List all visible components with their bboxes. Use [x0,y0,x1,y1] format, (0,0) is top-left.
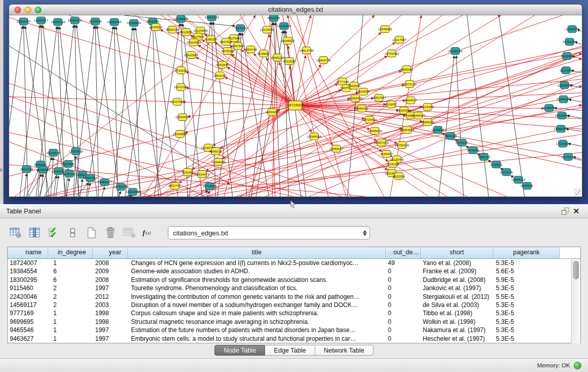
graph-node[interactable]: 7625402 [181,168,194,176]
table-row[interactable]: 1830029562008Estimation of significance … [8,276,580,284]
graph-node[interactable]: 16099484 [211,158,226,165]
table-settings-icon[interactable] [9,226,23,239]
column-edit-icon[interactable] [28,226,41,239]
vertical-scrollbar[interactable] [571,259,580,343]
float-panel-icon[interactable] [559,206,571,216]
graph-node[interactable]: 9345642 [521,182,534,189]
graph-node[interactable]: 18300295 [265,108,279,116]
graph-node[interactable]: 7857224 [234,25,247,32]
column-header-name[interactable]: name [8,247,48,258]
graph-node[interactable]: 20364456 [348,95,362,102]
graph-node[interactable]: 7632621 [490,161,503,168]
table-select-dropdown[interactable]: citations_edges.txt [168,226,370,239]
graph-node[interactable]: 2867608 [232,42,245,50]
graph-node[interactable]: 9227343 [560,67,573,74]
network-canvas[interactable]: 1055328713420557160557242069140691585941… [9,15,582,197]
tab-network-table[interactable]: Network Table [315,345,374,356]
formula-builder-icon[interactable]: f(x) [142,226,155,239]
graph-node[interactable]: 9857791 [168,182,181,189]
scrollbar-thumb[interactable] [573,261,579,279]
column-header-title[interactable]: title [128,247,386,258]
graph-node[interactable]: 12093872 [557,81,572,89]
resize-grip-icon[interactable] [574,188,581,195]
graph-node[interactable]: 2935114 [478,153,491,160]
graph-node[interactable]: 8938923 [444,133,457,140]
graph-node[interactable]: 8860128 [166,26,179,33]
memory-ok-indicator[interactable] [574,362,581,369]
tab-node-table[interactable]: Node Table [214,345,265,356]
graph-node[interactable]: 1145193 [63,170,76,177]
citation-network-graph[interactable]: 1055328713420557160557242069140691585941… [9,15,582,196]
graph-node[interactable]: 9474444 [467,147,480,154]
delete-table-icon[interactable] [123,226,136,239]
graph-node[interactable]: 6216067 [385,101,398,108]
graph-node[interactable]: 16055724 [51,18,65,26]
table-row[interactable]: 1456911722003Disruption of a novel membe… [8,301,580,309]
graph-node[interactable]: 8471676 [500,168,513,176]
column-header-in_degree[interactable]: in_degree [48,247,93,258]
table-row[interactable]: 946362711997Embryonic stem cells: a mode… [8,335,580,343]
table-row[interactable]: 2242004622012Investigating the contribut… [8,293,580,301]
graph-node[interactable]: 16107554 [170,98,185,105]
graph-node[interactable]: 19654925 [176,114,190,121]
graph-node[interactable]: 12923468 [125,188,140,195]
table-row[interactable]: 1938455462009Genome-wide association stu… [8,267,580,275]
graph-node[interactable]: 8215955 [543,104,556,112]
graph-node[interactable]: 9777169 [336,78,349,85]
column-header-out_de[interactable]: △out_de… [386,247,421,258]
graph-node[interactable]: 11124873 [565,26,579,33]
graph-node[interactable]: 12444150 [556,96,571,103]
graph-node[interactable]: 9824554 [357,88,370,95]
graph-node[interactable]: 10807467 [372,94,386,101]
merge-rows-icon[interactable] [66,226,79,239]
graph-node[interactable]: 19384554 [307,133,321,140]
graph-node[interactable]: 9146821 [257,50,270,57]
graph-node[interactable]: 11548408 [378,26,393,33]
new-file-icon[interactable] [85,226,98,239]
graph-node[interactable]: 9158594 [89,18,102,25]
network-view-window[interactable]: citations_edges.txt 10553287134205571605… [9,4,582,197]
delete-file-icon[interactable] [104,226,117,239]
graph-node[interactable]: 15922374 [205,15,219,21]
graph-node[interactable]: 2803144 [213,72,226,79]
graph-node[interactable]: 12213384 [174,83,188,91]
table-row[interactable]: 977716911998Corpus callosum shape and si… [8,309,580,317]
graph-node[interactable]: 14569117 [329,145,343,152]
network-window-titlebar[interactable]: citations_edges.txt [9,4,582,15]
graph-node[interactable]: 18724007 [287,101,303,110]
graph-node[interactable]: 13420557 [34,17,48,24]
left-splitter[interactable] [0,0,4,204]
column-header-year[interactable]: year [93,247,128,258]
graph-node[interactable]: 11056834 [127,19,141,27]
graph-node[interactable]: 9875685 [222,48,234,55]
graph-node[interactable]: 1640954 [431,126,444,134]
graph-node[interactable]: 15751074 [562,38,577,46]
splitter-collapse-icon[interactable] [1,168,3,172]
graph-node[interactable]: 16648784 [448,48,463,55]
tab-edge-table[interactable]: Edge Table [265,345,315,356]
column-header-short[interactable]: short [421,247,493,258]
table-row[interactable]: 1872400712008Changes of HCN gene express… [8,259,580,267]
graph-node[interactable]: 7986322 [356,105,368,112]
table-row[interactable]: 969969511998Structural magnetic resonanc… [8,318,580,326]
graph-node[interactable]: 9115460 [421,103,434,111]
graph-node[interactable]: 20691406 [68,17,82,24]
graph-node[interactable]: 19613749 [299,47,314,54]
graph-node[interactable]: 17016504 [556,140,570,147]
graph-node[interactable]: 9699695 [421,119,434,126]
graph-node[interactable]: 10553287 [16,18,31,25]
graph-node[interactable]: 12552004 [107,18,121,26]
graph-node[interactable]: 2718126 [175,67,187,74]
graph-node[interactable]: 8522035 [283,58,296,65]
graph-node[interactable]: 12217987 [392,36,406,43]
minimize-window-icon[interactable] [25,7,31,13]
select-rows-icon[interactable] [47,226,60,239]
close-panel-icon[interactable]: ✕ [571,206,582,216]
graph-node[interactable]: 6679197 [455,139,468,146]
graph-node[interactable]: 8813054 [268,15,280,21]
graph-node[interactable]: 18720407 [362,116,377,123]
dropdown-stepper-icon[interactable] [360,227,369,239]
graph-node[interactable]: 9463627 [404,97,417,104]
graph-node[interactable]: 15843738 [316,57,331,64]
graph-node[interactable]: 7485063 [400,65,413,73]
